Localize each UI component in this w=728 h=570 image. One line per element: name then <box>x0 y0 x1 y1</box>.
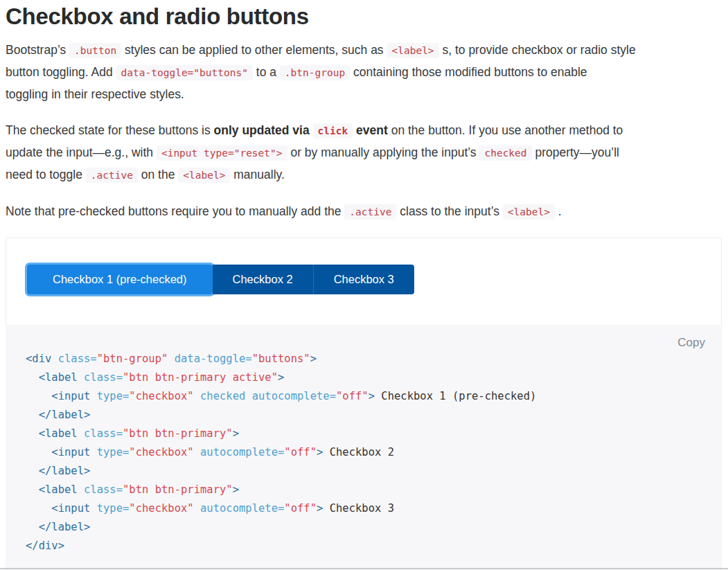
code-line: <div class="btn-group" data-toggle="butt… <box>26 350 722 368</box>
inline-code: .button <box>69 43 121 58</box>
code-line: <label class="btn btn-primary"> <box>26 481 722 499</box>
bold-text: only updated via <box>214 123 313 137</box>
code-line: <input type="checkbox" autocomplete="off… <box>26 499 722 518</box>
toggle-button-2[interactable]: Checkbox 2 <box>213 265 313 294</box>
paragraph-text: s, to provide checkbox or radio style <box>439 43 636 57</box>
paragraph-text: styles can be applied to other elements,… <box>121 43 387 57</box>
live-example: Checkbox 1 (pre-checked)Checkbox 2Checkb… <box>6 238 722 325</box>
inline-code: click <box>313 123 353 139</box>
paragraph-text: or by manually applying the input’s <box>287 145 480 159</box>
inline-code: .btn-group <box>280 65 350 80</box>
code-line: </label> <box>26 406 722 425</box>
code-pre: <div class="btn-group" data-toggle="butt… <box>26 350 722 555</box>
code-line: </label> <box>26 462 722 481</box>
section-divider <box>0 568 728 569</box>
toggle-button-1[interactable]: Checkbox 1 (pre-checked) <box>27 265 213 294</box>
docs-page: Checkbox and radio buttons Bootstrap’s .… <box>0 3 728 570</box>
code-line: </div> <box>26 537 722 555</box>
paragraph-text: toggling in their respective styles. <box>6 87 184 101</box>
paragraph-text: Bootstrap’s <box>6 43 69 57</box>
code-line: <input type="checkbox" autocomplete="off… <box>26 443 722 462</box>
paragraph-text: . <box>555 204 562 218</box>
paragraph-text: containing those modified buttons to ena… <box>350 65 587 79</box>
code-line: <label class="btn btn-primary active"> <box>26 368 722 387</box>
button-label: Checkbox 1 (pre-checked) <box>53 273 187 286</box>
inline-code: .active <box>344 204 396 220</box>
paragraph-text: button toggling. Add <box>6 65 116 79</box>
paragraph-text: The checked state for these buttons is <box>6 123 214 137</box>
intro-paragraph: Bootstrap’s .button styles can be applie… <box>6 39 722 105</box>
paragraph-text: property—you’ll <box>532 145 619 159</box>
button-label: Checkbox 3 <box>334 273 394 286</box>
code-block: Copy <div class="btn-group" data-toggle=… <box>6 325 722 570</box>
code-line: </label> <box>26 518 722 537</box>
inline-code: <label> <box>503 204 555 220</box>
paragraph-text: need to toggle <box>6 168 86 181</box>
page-title: Checkbox and radio buttons <box>6 3 722 30</box>
checkbox-button-group: Checkbox 1 (pre-checked)Checkbox 2Checkb… <box>27 265 414 294</box>
button-label: Checkbox 2 <box>233 273 293 286</box>
paragraph-text: to a <box>253 65 280 79</box>
inline-code: data-toggle="buttons" <box>116 65 253 80</box>
code-line: <label class="btn btn-primary"> <box>26 425 722 443</box>
checked-state-paragraph: The checked state for these buttons is o… <box>6 120 722 186</box>
code-content: <div class="btn-group" data-toggle="butt… <box>26 350 722 555</box>
code-line: <input type="checkbox" checked autocompl… <box>26 387 722 406</box>
inline-code: .active <box>86 168 138 183</box>
paragraph-text: on the <box>138 168 178 181</box>
paragraph-text: Note that pre-checked buttons require yo… <box>6 204 344 218</box>
copy-button[interactable]: Copy <box>677 336 705 350</box>
paragraph-text: on the button. If you use another method… <box>388 123 623 137</box>
bold-text: event <box>353 123 388 137</box>
inline-code: checked <box>479 145 531 161</box>
inline-code: <label> <box>178 168 230 183</box>
toggle-button-3[interactable]: Checkbox 3 <box>313 265 414 294</box>
inline-code: <label> <box>387 43 438 58</box>
paragraph-text: manually. <box>230 168 284 181</box>
pre-checked-note-paragraph: Note that pre-checked buttons require yo… <box>6 201 722 223</box>
inline-code: <input type="reset"> <box>157 145 287 161</box>
paragraph-text: update the input—e.g., with <box>6 145 157 159</box>
paragraph-text: class to the input’s <box>396 204 502 218</box>
